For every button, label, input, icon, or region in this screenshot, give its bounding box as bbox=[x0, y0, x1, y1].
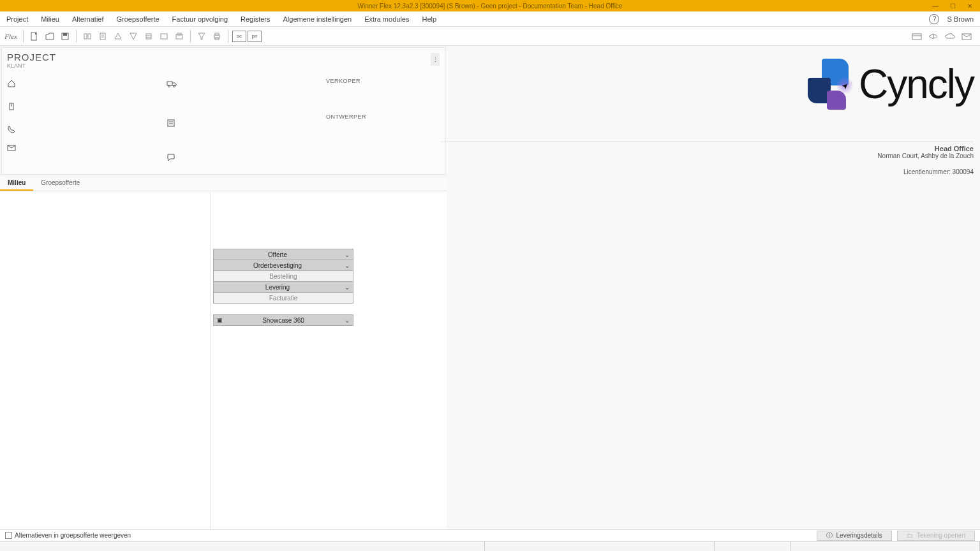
checkbox[interactable] bbox=[5, 532, 12, 539]
window-title: Winner Flex 12.3a2.3 [300094] (S Brown) … bbox=[358, 3, 623, 10]
card-icon[interactable] bbox=[910, 29, 924, 43]
office-label: Head Office bbox=[440, 145, 974, 152]
row-label: Bestelling bbox=[214, 273, 353, 280]
close-icon[interactable]: ✕ bbox=[967, 3, 972, 10]
brand-logo-text: Cyncly bbox=[859, 61, 974, 108]
tool-icon-6[interactable] bbox=[157, 29, 171, 43]
tool-icon-2[interactable] bbox=[96, 29, 110, 43]
minimize-icon[interactable]: — bbox=[932, 3, 939, 10]
megaphone-icon[interactable] bbox=[926, 29, 940, 43]
dropdown-label: Levering bbox=[214, 284, 341, 291]
info-icon: ⓘ bbox=[826, 531, 833, 540]
project-subtitle: KLANT bbox=[2, 62, 445, 74]
toolbar: Flex sc pn bbox=[0, 27, 980, 46]
note-icon bbox=[167, 119, 177, 129]
brand-logo-mark bbox=[808, 59, 849, 110]
flex-button[interactable]: Flex bbox=[3, 29, 19, 43]
svg-point-26 bbox=[174, 85, 175, 87]
svg-rect-2 bbox=[63, 33, 67, 36]
chevron-down-icon: ⌄ bbox=[341, 317, 353, 324]
tabs: Milieu Groepsofferte bbox=[0, 176, 447, 191]
user-label: S Brown bbox=[947, 15, 974, 23]
menu-groepsofferte[interactable]: Groepsofferte bbox=[110, 15, 166, 23]
row-label: Facturatie bbox=[214, 295, 353, 302]
dropdown-showcase[interactable]: ▣ Showcase 360 ⌄ bbox=[213, 314, 353, 326]
chevron-down-icon: ⌄ bbox=[341, 251, 353, 258]
print-icon[interactable] bbox=[210, 29, 224, 43]
menu-bar: Project Milieu Alternatief Groepsofferte… bbox=[0, 11, 980, 27]
chevron-down-icon: ⌄ bbox=[341, 262, 353, 269]
tool-icon-3[interactable] bbox=[111, 29, 125, 43]
dropdown-levering[interactable]: Levering ⌄ bbox=[213, 281, 353, 293]
delivery-icon bbox=[167, 79, 177, 89]
svg-point-25 bbox=[168, 85, 170, 87]
button-label: Tekening openen bbox=[917, 532, 965, 539]
dropdown-label: Showcase 360 bbox=[225, 317, 341, 324]
svg-rect-11 bbox=[161, 34, 167, 39]
email-icon bbox=[7, 144, 17, 154]
workarea: Offerte ⌄ Orderbevestiging ⌄ Bestelling … bbox=[211, 191, 447, 529]
tab-groepsofferte[interactable]: Groepsofferte bbox=[33, 176, 87, 191]
dropdown-label: Offerte bbox=[214, 251, 341, 258]
menu-milieu[interactable]: Milieu bbox=[34, 15, 66, 23]
tool-icon-4[interactable] bbox=[126, 29, 140, 43]
svg-rect-3 bbox=[84, 34, 87, 39]
status-bar bbox=[0, 541, 980, 551]
maximize-icon[interactable]: ☐ bbox=[950, 3, 956, 10]
tool-icon-1[interactable] bbox=[80, 29, 94, 43]
dropdown-orderbevestiging[interactable]: Orderbevestiging ⌄ bbox=[213, 260, 353, 271]
new-doc-icon[interactable] bbox=[27, 29, 41, 43]
separator bbox=[228, 30, 228, 43]
menu-factuur[interactable]: Factuur opvolging bbox=[166, 15, 234, 23]
menu-instellingen[interactable]: Algemene instellingen bbox=[277, 15, 359, 23]
row-bestelling: Bestelling bbox=[213, 270, 353, 282]
tekening-button: 🗀 Tekening openen bbox=[897, 531, 975, 541]
svg-rect-5 bbox=[100, 33, 105, 40]
svg-rect-17 bbox=[912, 34, 921, 40]
separator bbox=[23, 30, 24, 43]
project-panel: PROJECT KLANT ⋮ VERKOPER ONTWERPER bbox=[1, 47, 445, 175]
open-icon[interactable] bbox=[43, 29, 57, 43]
leveringsdetails-button[interactable]: ⓘ Leveringsdetails bbox=[817, 531, 892, 541]
folder-icon: 🗀 bbox=[907, 532, 913, 539]
pn-button[interactable]: pn bbox=[248, 31, 262, 42]
chevron-down-icon: ⌄ bbox=[341, 284, 353, 291]
license-label: Licentienummer: 300094 bbox=[440, 168, 974, 175]
menu-registers[interactable]: Registers bbox=[234, 15, 276, 23]
tool-icon-7[interactable] bbox=[172, 29, 186, 43]
help-icon[interactable]: ? bbox=[929, 14, 939, 24]
address-label: Norman Court, Ashby de la Zouch bbox=[440, 152, 974, 159]
checkbox-label: Alternatieven in groepsofferte weergeven bbox=[15, 532, 131, 539]
dropdown-label: Orderbevestiging bbox=[214, 262, 341, 269]
brand-panel: Cyncly Head Office Norman Court, Ashby d… bbox=[447, 46, 980, 529]
ontwerper-label: ONTWERPER bbox=[326, 114, 440, 120]
svg-rect-4 bbox=[88, 34, 91, 39]
menu-alternatief[interactable]: Alternatief bbox=[66, 15, 110, 23]
mail-icon[interactable] bbox=[960, 29, 974, 43]
svg-rect-24 bbox=[167, 82, 172, 85]
home-icon bbox=[7, 79, 17, 89]
separator bbox=[190, 30, 191, 43]
save-icon[interactable] bbox=[58, 29, 72, 43]
separator bbox=[76, 30, 77, 43]
building-icon bbox=[7, 102, 17, 112]
footer-row: Alternatieven in groepsofferte weergeven… bbox=[0, 529, 980, 541]
svg-rect-15 bbox=[215, 33, 219, 35]
row-facturatie: Facturatie bbox=[213, 292, 353, 304]
tool-icon-5[interactable] bbox=[142, 29, 156, 43]
cloud-icon[interactable] bbox=[943, 29, 957, 43]
dropdown-offerte[interactable]: Offerte ⌄ bbox=[213, 249, 353, 260]
project-title: PROJECT bbox=[2, 48, 445, 62]
menu-project[interactable]: Project bbox=[0, 15, 34, 23]
window-titlebar: Winner Flex 12.3a2.3 [300094] (S Brown) … bbox=[0, 0, 980, 11]
sc-button[interactable]: sc bbox=[232, 31, 246, 42]
tab-milieu[interactable]: Milieu bbox=[0, 176, 33, 191]
svg-rect-27 bbox=[168, 120, 174, 126]
filter-icon[interactable] bbox=[195, 29, 209, 43]
menu-extramodules[interactable]: Extra modules bbox=[358, 15, 415, 23]
more-menu-icon[interactable]: ⋮ bbox=[431, 53, 440, 66]
phone-icon bbox=[7, 125, 17, 135]
menu-help[interactable]: Help bbox=[415, 15, 443, 23]
showcase-icon: ▣ bbox=[214, 317, 225, 323]
verkoper-label: VERKOPER bbox=[326, 78, 440, 84]
